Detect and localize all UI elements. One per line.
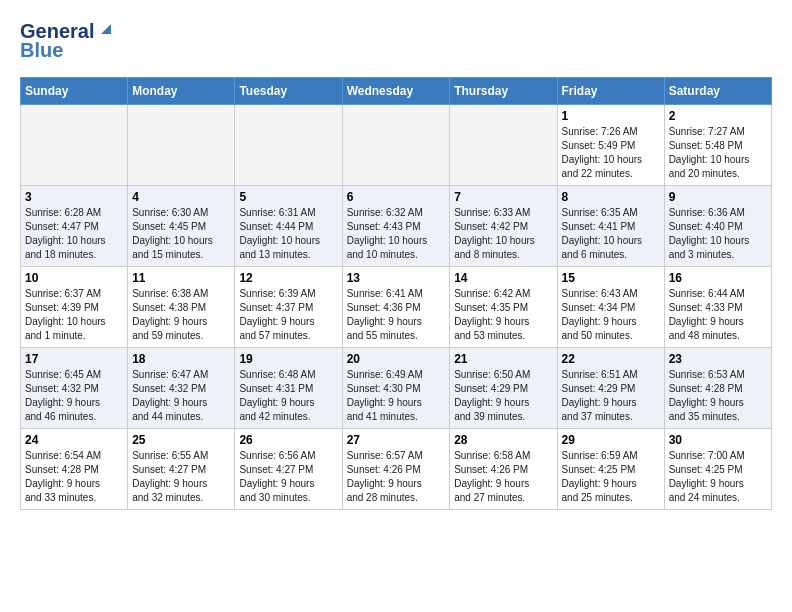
day-info: Sunrise: 6:54 AM Sunset: 4:28 PM Dayligh… — [25, 449, 123, 505]
day-info: Sunrise: 6:55 AM Sunset: 4:27 PM Dayligh… — [132, 449, 230, 505]
day-info: Sunrise: 6:53 AM Sunset: 4:28 PM Dayligh… — [669, 368, 767, 424]
day-number: 30 — [669, 433, 767, 447]
day-number: 13 — [347, 271, 446, 285]
calendar-cell: 13Sunrise: 6:41 AM Sunset: 4:36 PM Dayli… — [342, 266, 450, 347]
day-info: Sunrise: 6:57 AM Sunset: 4:26 PM Dayligh… — [347, 449, 446, 505]
day-number: 9 — [669, 190, 767, 204]
calendar-cell — [342, 104, 450, 185]
calendar-cell: 29Sunrise: 6:59 AM Sunset: 4:25 PM Dayli… — [557, 428, 664, 509]
weekday-header: Wednesday — [342, 77, 450, 104]
calendar-cell — [21, 104, 128, 185]
day-info: Sunrise: 6:45 AM Sunset: 4:32 PM Dayligh… — [25, 368, 123, 424]
calendar-cell: 14Sunrise: 6:42 AM Sunset: 4:35 PM Dayli… — [450, 266, 557, 347]
calendar-cell: 30Sunrise: 7:00 AM Sunset: 4:25 PM Dayli… — [664, 428, 771, 509]
day-info: Sunrise: 7:26 AM Sunset: 5:49 PM Dayligh… — [562, 125, 660, 181]
day-number: 4 — [132, 190, 230, 204]
svg-marker-0 — [101, 24, 111, 34]
weekday-header: Tuesday — [235, 77, 342, 104]
day-info: Sunrise: 6:36 AM Sunset: 4:40 PM Dayligh… — [669, 206, 767, 262]
calendar-cell: 17Sunrise: 6:45 AM Sunset: 4:32 PM Dayli… — [21, 347, 128, 428]
calendar-cell: 21Sunrise: 6:50 AM Sunset: 4:29 PM Dayli… — [450, 347, 557, 428]
day-info: Sunrise: 6:41 AM Sunset: 4:36 PM Dayligh… — [347, 287, 446, 343]
day-info: Sunrise: 6:58 AM Sunset: 4:26 PM Dayligh… — [454, 449, 552, 505]
day-number: 19 — [239, 352, 337, 366]
weekday-header: Monday — [128, 77, 235, 104]
day-info: Sunrise: 6:32 AM Sunset: 4:43 PM Dayligh… — [347, 206, 446, 262]
page-header: General Blue — [20, 20, 772, 61]
calendar-cell: 2Sunrise: 7:27 AM Sunset: 5:48 PM Daylig… — [664, 104, 771, 185]
day-info: Sunrise: 6:39 AM Sunset: 4:37 PM Dayligh… — [239, 287, 337, 343]
day-number: 29 — [562, 433, 660, 447]
day-info: Sunrise: 6:47 AM Sunset: 4:32 PM Dayligh… — [132, 368, 230, 424]
day-number: 27 — [347, 433, 446, 447]
calendar-cell: 23Sunrise: 6:53 AM Sunset: 4:28 PM Dayli… — [664, 347, 771, 428]
day-info: Sunrise: 6:59 AM Sunset: 4:25 PM Dayligh… — [562, 449, 660, 505]
day-info: Sunrise: 6:38 AM Sunset: 4:38 PM Dayligh… — [132, 287, 230, 343]
calendar-cell: 20Sunrise: 6:49 AM Sunset: 4:30 PM Dayli… — [342, 347, 450, 428]
logo: General Blue — [20, 20, 115, 61]
weekday-header: Friday — [557, 77, 664, 104]
day-number: 6 — [347, 190, 446, 204]
day-number: 26 — [239, 433, 337, 447]
day-info: Sunrise: 6:56 AM Sunset: 4:27 PM Dayligh… — [239, 449, 337, 505]
calendar-cell: 16Sunrise: 6:44 AM Sunset: 4:33 PM Dayli… — [664, 266, 771, 347]
day-number: 10 — [25, 271, 123, 285]
weekday-header: Saturday — [664, 77, 771, 104]
day-number: 28 — [454, 433, 552, 447]
day-number: 1 — [562, 109, 660, 123]
weekday-header: Sunday — [21, 77, 128, 104]
day-info: Sunrise: 6:28 AM Sunset: 4:47 PM Dayligh… — [25, 206, 123, 262]
day-info: Sunrise: 6:42 AM Sunset: 4:35 PM Dayligh… — [454, 287, 552, 343]
calendar-cell: 24Sunrise: 6:54 AM Sunset: 4:28 PM Dayli… — [21, 428, 128, 509]
day-info: Sunrise: 6:35 AM Sunset: 4:41 PM Dayligh… — [562, 206, 660, 262]
calendar-cell: 1Sunrise: 7:26 AM Sunset: 5:49 PM Daylig… — [557, 104, 664, 185]
day-info: Sunrise: 6:37 AM Sunset: 4:39 PM Dayligh… — [25, 287, 123, 343]
calendar-cell: 8Sunrise: 6:35 AM Sunset: 4:41 PM Daylig… — [557, 185, 664, 266]
day-number: 15 — [562, 271, 660, 285]
calendar-cell: 27Sunrise: 6:57 AM Sunset: 4:26 PM Dayli… — [342, 428, 450, 509]
calendar-cell: 18Sunrise: 6:47 AM Sunset: 4:32 PM Dayli… — [128, 347, 235, 428]
day-number: 23 — [669, 352, 767, 366]
day-info: Sunrise: 6:30 AM Sunset: 4:45 PM Dayligh… — [132, 206, 230, 262]
calendar-cell: 9Sunrise: 6:36 AM Sunset: 4:40 PM Daylig… — [664, 185, 771, 266]
day-info: Sunrise: 7:00 AM Sunset: 4:25 PM Dayligh… — [669, 449, 767, 505]
calendar-cell: 7Sunrise: 6:33 AM Sunset: 4:42 PM Daylig… — [450, 185, 557, 266]
weekday-header: Thursday — [450, 77, 557, 104]
day-number: 22 — [562, 352, 660, 366]
calendar-cell — [128, 104, 235, 185]
day-info: Sunrise: 6:44 AM Sunset: 4:33 PM Dayligh… — [669, 287, 767, 343]
day-number: 25 — [132, 433, 230, 447]
day-number: 21 — [454, 352, 552, 366]
day-number: 3 — [25, 190, 123, 204]
day-number: 18 — [132, 352, 230, 366]
day-info: Sunrise: 6:31 AM Sunset: 4:44 PM Dayligh… — [239, 206, 337, 262]
day-number: 16 — [669, 271, 767, 285]
calendar-cell: 25Sunrise: 6:55 AM Sunset: 4:27 PM Dayli… — [128, 428, 235, 509]
calendar-cell: 15Sunrise: 6:43 AM Sunset: 4:34 PM Dayli… — [557, 266, 664, 347]
calendar-table: SundayMondayTuesdayWednesdayThursdayFrid… — [20, 77, 772, 510]
calendar-cell: 4Sunrise: 6:30 AM Sunset: 4:45 PM Daylig… — [128, 185, 235, 266]
calendar-cell: 28Sunrise: 6:58 AM Sunset: 4:26 PM Dayli… — [450, 428, 557, 509]
calendar-cell — [235, 104, 342, 185]
calendar-cell: 3Sunrise: 6:28 AM Sunset: 4:47 PM Daylig… — [21, 185, 128, 266]
calendar-cell: 22Sunrise: 6:51 AM Sunset: 4:29 PM Dayli… — [557, 347, 664, 428]
day-number: 17 — [25, 352, 123, 366]
day-number: 2 — [669, 109, 767, 123]
calendar-cell: 10Sunrise: 6:37 AM Sunset: 4:39 PM Dayli… — [21, 266, 128, 347]
day-number: 8 — [562, 190, 660, 204]
calendar-cell: 11Sunrise: 6:38 AM Sunset: 4:38 PM Dayli… — [128, 266, 235, 347]
day-number: 11 — [132, 271, 230, 285]
calendar-cell: 26Sunrise: 6:56 AM Sunset: 4:27 PM Dayli… — [235, 428, 342, 509]
day-number: 7 — [454, 190, 552, 204]
day-number: 24 — [25, 433, 123, 447]
calendar-cell — [450, 104, 557, 185]
day-info: Sunrise: 6:51 AM Sunset: 4:29 PM Dayligh… — [562, 368, 660, 424]
calendar-cell: 19Sunrise: 6:48 AM Sunset: 4:31 PM Dayli… — [235, 347, 342, 428]
calendar-cell: 6Sunrise: 6:32 AM Sunset: 4:43 PM Daylig… — [342, 185, 450, 266]
calendar-cell: 12Sunrise: 6:39 AM Sunset: 4:37 PM Dayli… — [235, 266, 342, 347]
day-number: 5 — [239, 190, 337, 204]
day-info: Sunrise: 6:50 AM Sunset: 4:29 PM Dayligh… — [454, 368, 552, 424]
day-info: Sunrise: 7:27 AM Sunset: 5:48 PM Dayligh… — [669, 125, 767, 181]
day-info: Sunrise: 6:43 AM Sunset: 4:34 PM Dayligh… — [562, 287, 660, 343]
day-info: Sunrise: 6:48 AM Sunset: 4:31 PM Dayligh… — [239, 368, 337, 424]
